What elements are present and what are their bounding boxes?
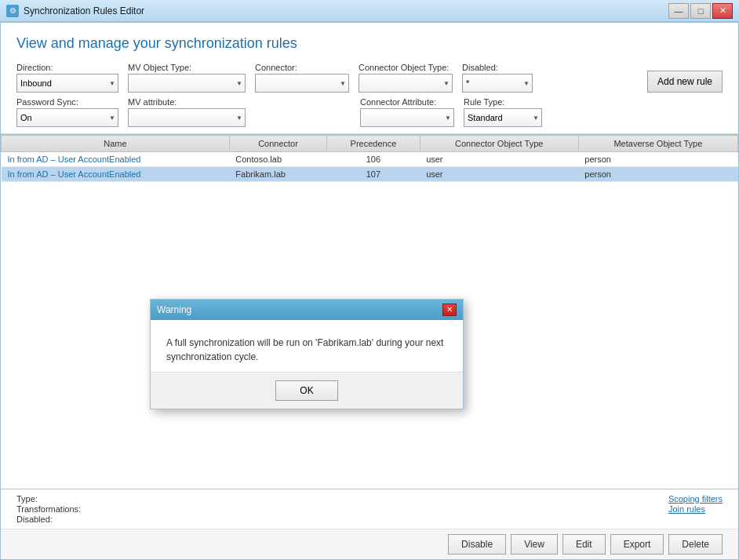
filter-rule-type: Rule Type: Standard Custom: [464, 97, 542, 127]
delete-button[interactable]: Delete: [668, 534, 723, 555]
dialog-title-bar: Warning ✕: [151, 300, 463, 320]
action-buttons: Disable View Edit Export Delete: [1, 529, 738, 559]
filter-connector-attribute: Connector Attribute:: [360, 97, 454, 127]
row-name: In from AD – User AccountEnabled: [2, 152, 230, 167]
connector-select[interactable]: [255, 74, 349, 93]
connector-object-type-wrapper: [359, 74, 453, 93]
col-metaverse-object-type: Metaverse Object Type: [578, 136, 737, 152]
dialog-ok-button[interactable]: OK: [275, 380, 338, 401]
row-name: In from AD – User AccountEnabled: [2, 167, 230, 182]
minimize-button[interactable]: —: [668, 3, 689, 19]
direction-select[interactable]: Inbound Outbound: [16, 74, 118, 93]
disable-button[interactable]: Disable: [448, 534, 506, 555]
rule-type-label: Rule Type:: [464, 97, 542, 107]
mv-object-type-select[interactable]: [128, 74, 246, 93]
filter-password-sync: Password Sync: On Off: [16, 97, 118, 127]
close-button[interactable]: ✕: [712, 3, 733, 19]
dialog-message: A full synchronization will be run on 'F…: [166, 336, 447, 364]
filter-disabled: Disabled: * Yes No: [462, 63, 533, 93]
transformations-label: Transformations:: [16, 504, 81, 514]
filter-connector: Connector:: [255, 63, 349, 93]
header-section: View and manage your synchronization rul…: [1, 23, 738, 134]
connector-object-type-select[interactable]: [359, 74, 453, 93]
join-rules-link[interactable]: Join rules: [668, 504, 723, 514]
disabled-status-label: Disabled:: [16, 515, 81, 524]
scoping-filters-link[interactable]: Scoping filters: [668, 494, 723, 504]
filter-mv-attribute: MV attribute:: [128, 97, 246, 127]
title-bar-left: ⚙ Synchronization Rules Editor: [6, 5, 144, 17]
filter-connector-object-type: Connector Object Type:: [359, 63, 453, 93]
row-metaverse-object-type: person: [578, 152, 737, 167]
table-row[interactable]: In from AD – User AccountEnabled Contoso…: [2, 152, 738, 167]
mv-attribute-label: MV attribute:: [128, 97, 246, 107]
mv-attribute-select[interactable]: [128, 108, 246, 127]
row-connector: Fabrikam.lab: [229, 167, 326, 182]
window-title: Synchronization Rules Editor: [24, 5, 144, 16]
disabled-select[interactable]: * Yes No: [462, 74, 533, 93]
dialog-body: A full synchronization will be run on 'F…: [151, 320, 463, 372]
table-row[interactable]: In from AD – User AccountEnabled Fabrika…: [2, 167, 738, 182]
col-connector-object-type: Connector Object Type: [420, 136, 578, 152]
view-button[interactable]: View: [511, 534, 558, 555]
bottom-info: Type: Transformations: Disabled: Scoping…: [1, 489, 738, 529]
filter-row-2: Password Sync: On Off MV attribute:: [16, 97, 723, 127]
dialog-title: Warning: [157, 304, 191, 315]
type-label: Type:: [16, 494, 81, 504]
maximize-button[interactable]: □: [690, 3, 711, 19]
page-title: View and manage your synchronization rul…: [16, 35, 723, 52]
connector-wrapper: [255, 74, 349, 93]
direction-label: Direction:: [16, 63, 118, 72]
password-sync-label: Password Sync:: [16, 97, 118, 107]
dialog-footer: OK: [151, 372, 463, 409]
mv-object-type-label: MV Object Type:: [128, 63, 246, 72]
disabled-label: Disabled:: [462, 63, 533, 72]
col-connector: Connector: [229, 136, 326, 152]
col-name: Name: [2, 136, 230, 152]
col-precedence: Precedence: [327, 136, 420, 152]
warning-dialog: Warning ✕ A full synchronization will be…: [150, 299, 464, 409]
main-window: View and manage your synchronization rul…: [0, 22, 739, 560]
app-icon: ⚙: [6, 5, 19, 17]
connector-label: Connector:: [255, 63, 349, 72]
row-precedence: 107: [327, 167, 420, 182]
rule-type-select[interactable]: Standard Custom: [464, 108, 542, 127]
rules-table: Name Connector Precedence Connector Obje…: [1, 135, 738, 182]
row-connector-object-type: user: [420, 152, 578, 167]
direction-select-wrapper: Inbound Outbound: [16, 74, 118, 93]
password-sync-wrapper: On Off: [16, 108, 118, 127]
mv-attribute-wrapper: [128, 108, 246, 127]
row-precedence: 106: [327, 152, 420, 167]
connector-attribute-label: Connector Attribute:: [360, 97, 454, 107]
disabled-wrapper: * Yes No: [462, 74, 533, 93]
info-right: Scoping filters Join rules: [668, 494, 723, 524]
add-new-rule-button[interactable]: Add new rule: [647, 71, 723, 93]
title-bar: ⚙ Synchronization Rules Editor — □ ✕: [0, 0, 739, 22]
info-left: Type: Transformations: Disabled:: [16, 494, 81, 524]
row-connector: Contoso.lab: [229, 152, 326, 167]
filter-row-1: Direction: Inbound Outbound MV Object Ty…: [16, 63, 723, 93]
mv-object-type-wrapper: [128, 74, 246, 93]
filter-area: Direction: Inbound Outbound MV Object Ty…: [16, 63, 723, 133]
edit-button[interactable]: Edit: [562, 534, 606, 555]
export-button[interactable]: Export: [610, 534, 664, 555]
filter-direction: Direction: Inbound Outbound: [16, 63, 118, 93]
row-connector-object-type: user: [420, 167, 578, 182]
connector-object-type-label: Connector Object Type:: [359, 63, 453, 72]
rule-type-wrapper: Standard Custom: [464, 108, 542, 127]
dialog-close-button[interactable]: ✕: [442, 304, 457, 316]
table-header-row: Name Connector Precedence Connector Obje…: [2, 136, 738, 152]
password-sync-select[interactable]: On Off: [16, 108, 118, 127]
connector-attribute-select[interactable]: [360, 108, 454, 127]
filter-mv-object-type: MV Object Type:: [128, 63, 246, 93]
window-controls: — □ ✕: [668, 3, 733, 19]
row-metaverse-object-type: person: [578, 167, 737, 182]
connector-attribute-wrapper: [360, 108, 454, 127]
